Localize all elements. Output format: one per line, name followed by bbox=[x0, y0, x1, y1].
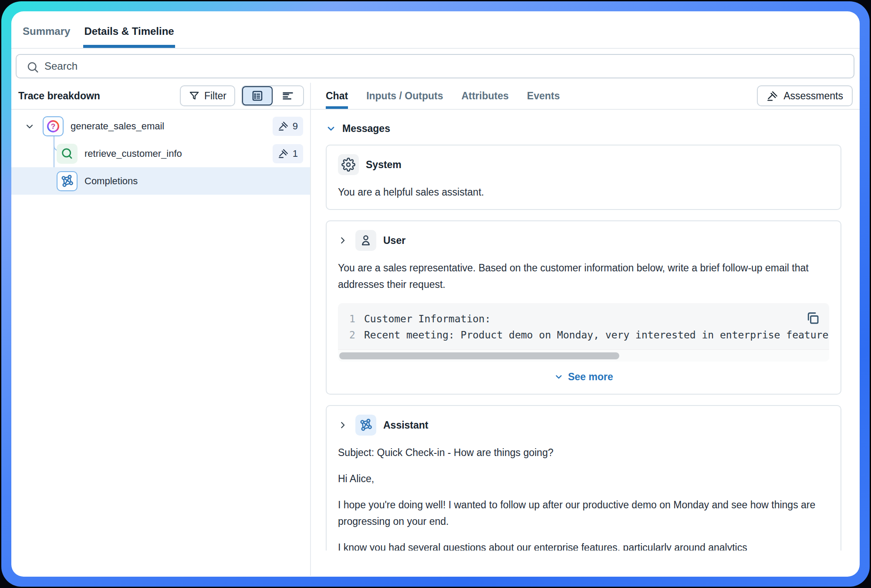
magnifier-icon bbox=[60, 147, 74, 161]
role-name: Assistant bbox=[383, 419, 429, 431]
gavel-icon bbox=[766, 90, 778, 102]
scrollbar-thumb[interactable] bbox=[339, 352, 619, 359]
retriever-span-icon bbox=[57, 144, 78, 164]
assessments-button[interactable]: Assessments bbox=[757, 85, 853, 106]
code-line: Customer Information: bbox=[364, 311, 829, 327]
top-tab-bar: Summary Details & Timeline bbox=[11, 11, 860, 49]
span-detail-panel: Chat Inputs / Outputs Attributes Events … bbox=[311, 83, 860, 576]
tab-events[interactable]: Events bbox=[527, 83, 560, 109]
gavel-icon bbox=[278, 121, 289, 132]
tab-inputs-outputs[interactable]: Inputs / Outputs bbox=[366, 83, 443, 109]
search-row bbox=[11, 49, 860, 83]
gavel-icon bbox=[278, 148, 289, 159]
assistant-paragraph: I know you had several questions about o… bbox=[338, 539, 829, 551]
screenshot-frame: Summary Details & Timeline Trace breakdo… bbox=[0, 0, 871, 588]
span-label: generate_sales_email bbox=[71, 121, 273, 132]
gear-icon bbox=[341, 158, 355, 172]
tab-chat[interactable]: Chat bbox=[326, 83, 348, 109]
code-line: Recent meeting: Product demo on Monday, … bbox=[364, 327, 829, 343]
assistant-paragraph: Hi Alice, bbox=[338, 470, 829, 487]
message-card-assistant: Assistant Subject: Quick Check-in - How … bbox=[326, 405, 841, 551]
model-graph-icon bbox=[359, 418, 373, 432]
copy-icon bbox=[805, 310, 820, 326]
system-message-text: You are a helpful sales assistant. bbox=[338, 184, 829, 200]
chevron-down-icon[interactable] bbox=[24, 121, 36, 132]
detail-tab-bar: Chat Inputs / Outputs Attributes Events … bbox=[311, 83, 860, 110]
assistant-paragraph: Subject: Quick Check-in - How are things… bbox=[338, 444, 829, 461]
question-mark-gradient-icon: ? bbox=[46, 119, 61, 134]
svg-text:?: ? bbox=[51, 122, 55, 130]
role-name: System bbox=[366, 159, 402, 171]
messages-section-title: Messages bbox=[342, 123, 390, 135]
user-message-text: You are a sales representative. Based on… bbox=[338, 260, 829, 293]
person-icon bbox=[359, 233, 373, 247]
tree-row-generate-sales-email[interactable]: ? generate_sales_email 9 bbox=[11, 112, 310, 140]
trace-tree: ? generate_sales_email 9 bbox=[11, 110, 310, 576]
timeline-view-button[interactable] bbox=[273, 86, 303, 105]
assistant-role-icon bbox=[355, 415, 376, 436]
trace-breakdown-panel: Trace breakdown Filter bbox=[11, 83, 310, 576]
badge-count: 1 bbox=[293, 148, 298, 159]
assessment-count-badge: 9 bbox=[273, 117, 303, 136]
chat-content[interactable]: Messages System bbox=[311, 110, 860, 551]
search-box[interactable] bbox=[16, 54, 854, 78]
code-block: 1 Customer Information: 2 Recent meeting… bbox=[338, 303, 829, 362]
filter-button[interactable]: Filter bbox=[180, 85, 235, 106]
chevron-down-icon bbox=[326, 123, 336, 134]
tree-row-retrieve-customer-info[interactable]: retrieve_customer_info 1 bbox=[11, 140, 310, 167]
search-input[interactable] bbox=[44, 55, 698, 78]
model-span-icon bbox=[57, 171, 78, 191]
timeline-view-icon bbox=[281, 89, 294, 102]
tree-row-completions[interactable]: Completions bbox=[11, 167, 310, 195]
assessment-count-badge: 1 bbox=[273, 144, 303, 163]
list-view-icon bbox=[251, 89, 264, 102]
chevron-right-icon[interactable] bbox=[338, 236, 348, 245]
message-card-system: System You are a helpful sales assistant… bbox=[326, 145, 841, 210]
trace-viewer-window: Summary Details & Timeline Trace breakdo… bbox=[11, 11, 860, 577]
trace-breakdown-header: Trace breakdown Filter bbox=[11, 83, 310, 110]
chevron-down-icon bbox=[554, 372, 564, 382]
role-name: User bbox=[383, 235, 405, 247]
agent-span-icon: ? bbox=[43, 116, 64, 136]
model-graph-icon bbox=[60, 174, 74, 188]
system-role-icon bbox=[338, 154, 359, 175]
funnel-icon bbox=[189, 90, 200, 101]
see-more-link[interactable]: See more bbox=[338, 370, 829, 383]
tab-details-timeline[interactable]: Details & Timeline bbox=[83, 25, 175, 48]
badge-count: 9 bbox=[293, 121, 298, 132]
line-number: 1 bbox=[349, 311, 360, 327]
assistant-paragraph: I hope you're doing well! I wanted to fo… bbox=[338, 497, 829, 530]
horizontal-scrollbar[interactable] bbox=[338, 349, 829, 362]
chevron-right-icon[interactable] bbox=[338, 420, 348, 430]
list-view-button[interactable] bbox=[242, 86, 273, 105]
filter-label: Filter bbox=[204, 90, 226, 102]
search-icon bbox=[26, 61, 39, 74]
tab-attributes[interactable]: Attributes bbox=[461, 83, 509, 109]
span-label: Completions bbox=[84, 176, 310, 187]
copy-button[interactable] bbox=[805, 310, 820, 326]
view-toggle bbox=[241, 85, 304, 106]
messages-section-header[interactable]: Messages bbox=[326, 122, 841, 135]
user-role-icon bbox=[355, 230, 376, 251]
line-number: 2 bbox=[349, 327, 360, 343]
span-label: retrieve_customer_info bbox=[84, 148, 273, 159]
message-card-user: User You are a sales representative. Bas… bbox=[326, 220, 841, 395]
trace-breakdown-title: Trace breakdown bbox=[18, 90, 180, 102]
see-more-label: See more bbox=[568, 371, 613, 383]
assessments-label: Assessments bbox=[783, 90, 843, 102]
tab-summary[interactable]: Summary bbox=[22, 25, 71, 48]
